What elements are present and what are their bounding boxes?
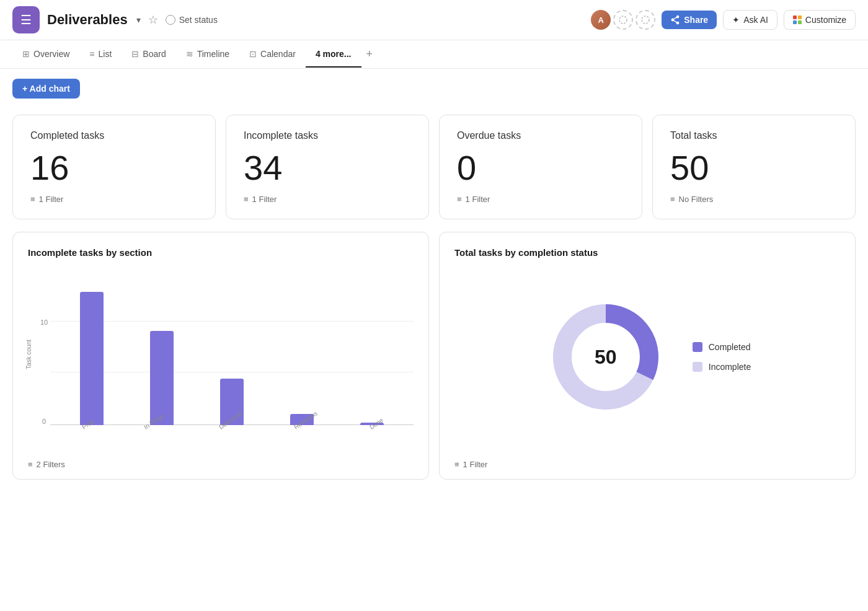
avatar-invite2[interactable] <box>636 10 655 30</box>
donut-wrapper: 50 <box>544 295 668 419</box>
legend-swatch-completed <box>693 342 702 352</box>
stat-cards-grid: Completed tasks 16 ≡ 1 Filter Incomplete… <box>12 115 856 219</box>
legend-swatch-incomplete <box>693 362 702 372</box>
header: ☰ Deliverables ▾ ☆ Set status A Share <box>0 0 868 40</box>
legend-item-incomplete: Incomplete <box>693 362 751 372</box>
share-label: Share <box>684 15 708 25</box>
filter-icon-overdue: ≡ <box>457 195 462 204</box>
toolbar: + Add chart <box>0 69 868 108</box>
avatar-user1: A <box>591 10 611 30</box>
bar-chart-inner: Prep In Progr... Delivered Revisions Don… <box>50 270 414 444</box>
svg-point-1 <box>642 16 649 24</box>
set-status-button[interactable]: Set status <box>166 15 218 25</box>
board-icon: ⊟ <box>131 49 139 59</box>
stat-card-completed: Completed tasks 16 ≡ 1 Filter <box>12 115 216 219</box>
donut-chart-title: Total tasks by completion status <box>454 247 840 258</box>
legend-label-completed: Completed <box>709 342 751 352</box>
incomplete-tasks-value: 34 <box>244 149 282 187</box>
status-circle-icon <box>166 15 175 25</box>
bar-chart-area: Task count 10 0 <box>28 270 414 444</box>
customize-icon <box>793 15 802 24</box>
y-axis-title: Task count <box>25 340 32 369</box>
sparkle-icon: ✦ <box>732 15 740 25</box>
donut-legend: Completed Incomplete <box>693 342 751 372</box>
add-tab-button[interactable]: + <box>361 40 378 68</box>
overdue-tasks-filter[interactable]: ≡ 1 Filter <box>457 195 490 204</box>
calendar-icon: ⊡ <box>249 49 257 59</box>
avatars-group: A <box>591 10 655 30</box>
tab-list[interactable]: ≡ List <box>79 42 122 68</box>
charts-row: Incomplete tasks by section Task count 1… <box>12 232 856 480</box>
donut-chart-filter: 1 Filter <box>463 460 488 469</box>
add-chart-button[interactable]: + Add chart <box>12 79 80 99</box>
tab-more-label: 4 more... <box>316 49 352 59</box>
tab-more[interactable]: 4 more... <box>306 42 361 68</box>
incomplete-tasks-title: Incomplete tasks <box>244 130 318 141</box>
incomplete-filter-label: 1 Filter <box>252 195 277 204</box>
bars-container <box>50 270 414 425</box>
header-right: A Share ✦ Ask AI C <box>591 10 856 30</box>
stat-card-total: Total tasks 50 ≡ No Filters <box>652 115 856 219</box>
filter-icon-total: ≡ <box>670 195 675 204</box>
completed-tasks-filter[interactable]: ≡ 1 Filter <box>30 195 63 204</box>
bar-chart-footer[interactable]: ≡ 2 Filters <box>28 460 65 469</box>
chevron-down-icon[interactable]: ▾ <box>136 15 141 25</box>
total-tasks-filter[interactable]: ≡ No Filters <box>670 195 713 204</box>
stat-card-incomplete: Incomplete tasks 34 ≡ 1 Filter <box>226 115 429 219</box>
overview-icon: ⊞ <box>22 49 30 59</box>
overdue-tasks-value: 0 <box>457 149 476 187</box>
customize-label: Customize <box>805 15 846 25</box>
bar-prep-rect <box>80 292 104 425</box>
overdue-filter-label: 1 Filter <box>466 195 490 204</box>
y-axis: Task count 10 0 <box>28 270 50 444</box>
total-tasks-value: 50 <box>670 149 709 187</box>
add-chart-label: + Add chart <box>22 84 70 94</box>
tab-calendar-label: Calendar <box>260 49 296 59</box>
share-button[interactable]: Share <box>662 11 717 29</box>
project-title: Deliverables <box>47 12 128 28</box>
timeline-icon: ≋ <box>186 49 193 59</box>
y-label-0: 0 <box>42 418 46 425</box>
filter-icon-incomplete: ≡ <box>244 195 249 204</box>
svg-point-0 <box>619 16 627 24</box>
tab-list-label: List <box>99 49 112 59</box>
total-filter-label: No Filters <box>679 195 714 204</box>
donut-chart-card: Total tasks by completion status 50 Comp… <box>439 232 856 480</box>
avatar-invite1[interactable] <box>613 10 633 30</box>
bar-chart-title: Incomplete tasks by section <box>28 247 414 258</box>
hamburger-icon: ☰ <box>20 14 32 26</box>
y-label-10: 10 <box>40 319 48 326</box>
bar-prep <box>80 292 104 425</box>
total-tasks-title: Total tasks <box>670 130 717 141</box>
ask-ai-button[interactable]: ✦ Ask AI <box>723 10 777 30</box>
completed-tasks-title: Completed tasks <box>30 130 104 141</box>
overdue-tasks-title: Overdue tasks <box>457 130 521 141</box>
header-left: ☰ Deliverables ▾ ☆ Set status <box>12 6 218 33</box>
completed-filter-label: 1 Filter <box>39 195 64 204</box>
filter-icon-donut: ≡ <box>454 460 459 469</box>
tab-board[interactable]: ⊟ Board <box>122 42 175 68</box>
filter-icon-bar: ≡ <box>28 460 33 469</box>
tab-timeline-label: Timeline <box>197 49 229 59</box>
donut-chart-footer[interactable]: ≡ 1 Filter <box>454 460 487 469</box>
tab-overview[interactable]: ⊞ Overview <box>12 42 79 68</box>
list-icon: ≡ <box>89 49 94 59</box>
stat-card-overdue: Overdue tasks 0 ≡ 1 Filter <box>439 115 642 219</box>
completed-tasks-value: 16 <box>30 149 69 187</box>
share-icon <box>670 15 680 25</box>
tab-timeline[interactable]: ≋ Timeline <box>176 42 239 68</box>
x-labels: Prep In Progr... Delivered Revisions Don… <box>50 425 414 444</box>
donut-area: 50 Completed Incomplete <box>454 270 840 444</box>
tab-board-label: Board <box>143 49 166 59</box>
ask-ai-label: Ask AI <box>743 15 768 25</box>
tab-calendar[interactable]: ⊡ Calendar <box>239 42 306 68</box>
legend-item-completed: Completed <box>693 342 751 352</box>
star-button[interactable]: ☆ <box>148 13 158 27</box>
bar-chart-filter: 2 Filters <box>37 460 65 469</box>
customize-button[interactable]: Customize <box>784 10 856 30</box>
tab-overview-label: Overview <box>33 49 69 59</box>
menu-icon[interactable]: ☰ <box>12 6 40 33</box>
incomplete-tasks-filter[interactable]: ≡ 1 Filter <box>244 195 277 204</box>
filter-icon-completed: ≡ <box>30 195 35 204</box>
nav-tabs: ⊞ Overview ≡ List ⊟ Board ≋ Timeline ⊡ C… <box>0 40 868 69</box>
